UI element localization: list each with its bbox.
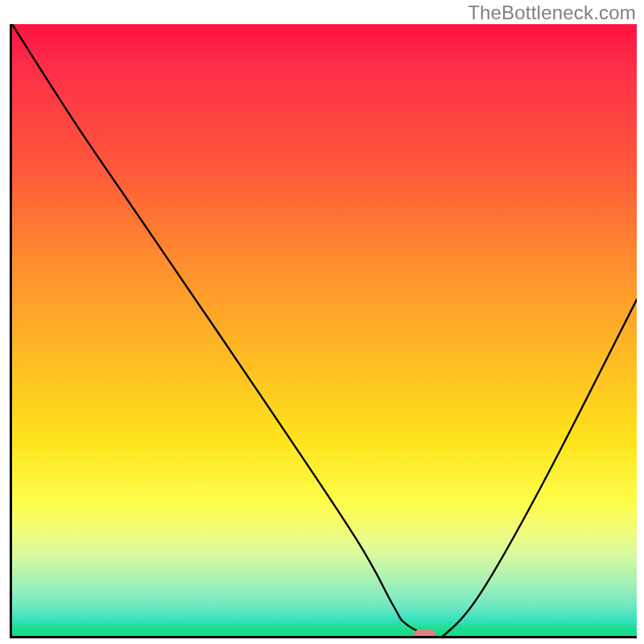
sweet-spot-marker bbox=[414, 630, 436, 638]
bottleneck-curve bbox=[12, 24, 637, 636]
watermark-text: TheBottleneck.com bbox=[468, 2, 636, 24]
chart-plot-area bbox=[10, 24, 637, 638]
curve-path bbox=[12, 24, 637, 636]
